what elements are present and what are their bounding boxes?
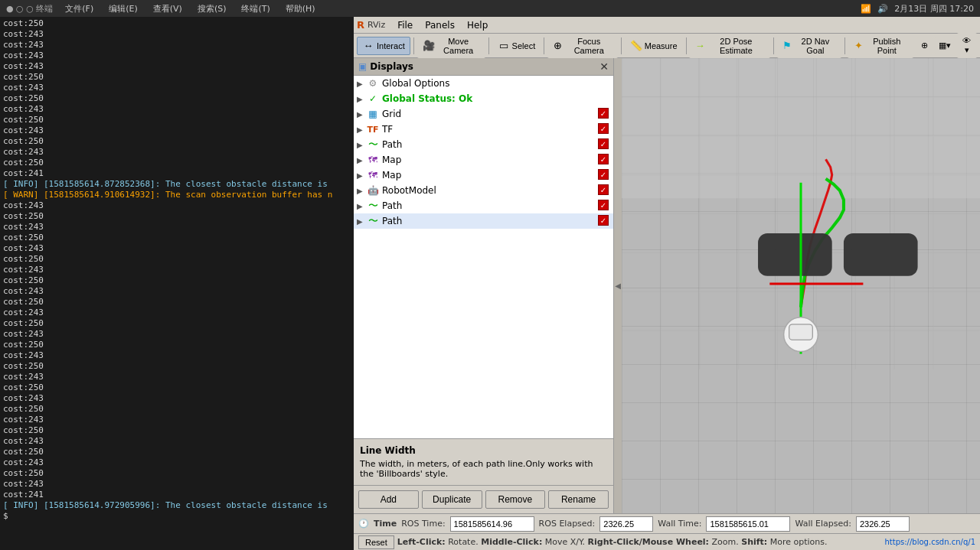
sysmenu-search[interactable]: 搜索(S) (194, 3, 230, 15)
menu-help[interactable]: Help (461, 18, 494, 32)
interact-button[interactable]: ↔ Interact (357, 37, 410, 55)
terminal-line: cost:250 (3, 115, 351, 125)
system-bar: ● ○ ○ 终端 File 文件(F) 编辑(E) 查看(V) 搜索(S) 终端… (0, 0, 980, 17)
terminal-line: cost:243 (3, 436, 351, 447)
collapse-handle[interactable]: ◀ (614, 58, 622, 513)
terminal-line: [ INFO] [1581585614.972905996]: The clos… (3, 500, 351, 511)
terminal-line: cost:243 (3, 479, 351, 490)
path-3-label: Path (382, 216, 598, 226)
wall-time-input[interactable] (706, 516, 790, 532)
view-icon: 👁▾ (962, 36, 973, 55)
ros-elapsed-input[interactable] (599, 516, 653, 532)
terminal-line: [ INFO] [1581585614.872852368]: The clos… (3, 179, 351, 190)
interact-label: Interact (377, 41, 405, 50)
displays-info: Line Width The width, in meters, of each… (354, 438, 613, 485)
wall-time-label: Wall Time: (658, 519, 701, 529)
focus-camera-label: Focus Camera (566, 37, 612, 55)
tree-item-path-1[interactable]: ▶ 〜 Path ✓ (354, 137, 613, 152)
ros-time-input[interactable] (450, 516, 534, 532)
left-click-bold: Left-Click: (397, 537, 446, 547)
terminal-line: cost:250 (3, 318, 351, 329)
select-button[interactable]: ▭ Select (492, 37, 541, 55)
tf-checked: ✓ (598, 123, 609, 134)
remove-display-button[interactable]: Remove (485, 490, 546, 509)
tree-arrow-robot-model: ▶ (357, 187, 366, 195)
global-status-icon: ✓ (366, 93, 380, 105)
measure-button[interactable]: 📏 Measure (625, 37, 683, 55)
path-2-checkbox[interactable]: ✓ (598, 200, 610, 212)
reset-button[interactable]: Reset (358, 535, 394, 549)
middle-click-bold: Middle-Click: (481, 537, 542, 547)
path-1-checkbox[interactable]: ✓ (598, 138, 610, 151)
terminal-line: cost:243 (3, 457, 351, 468)
grid-toggle-button[interactable]: ▦▾ (934, 37, 956, 54)
pose-estimate-button[interactable]: → 2D Pose Estimate (689, 34, 769, 58)
displays-tree[interactable]: ▶ ⚙ Global Options ▶ ✓ Global Status: Ok… (354, 76, 613, 438)
sysmenu-edit[interactable]: 编辑(E) (106, 3, 141, 15)
toolbar-sep-5 (686, 37, 687, 54)
publish-point-button[interactable]: ✦ Publish Point (848, 34, 913, 58)
menu-panels[interactable]: Panels (419, 18, 461, 32)
wall-elapsed-input[interactable] (856, 516, 910, 532)
tree-item-path-3[interactable]: ▶ 〜 Path ✓ (354, 213, 613, 229)
terminal-line: cost:243 (3, 243, 351, 254)
terminal-line: cost:250 (3, 93, 351, 104)
robot-model-icon: 🤖 (366, 184, 380, 197)
terminal-line: cost:250 (3, 72, 351, 83)
nav-goal-button[interactable]: ⚑ 2D Nav Goal (777, 34, 841, 58)
grid-checked: ✓ (598, 108, 609, 119)
view-button[interactable]: 👁▾ (957, 33, 978, 58)
tf-checkbox[interactable]: ✓ (598, 123, 610, 135)
main-area: cost:250cost:243cost:243cost:243cost:243… (0, 17, 980, 550)
tree-item-map-2[interactable]: ▶ 🗺 Map ✓ (354, 168, 613, 183)
terminal-line: cost:243 (3, 415, 351, 425)
ros-elapsed-label: ROS Elapsed: (539, 519, 596, 529)
move-camera-button[interactable]: 🎥 Move Camera (417, 34, 485, 58)
select-label: Select (512, 41, 536, 50)
nav-goal-icon: ⚑ (782, 40, 793, 52)
pose-estimate-label: 2D Pose Estimate (707, 37, 765, 55)
rename-display-button[interactable]: Rename (548, 490, 609, 509)
terminal-line: cost:243 (3, 147, 351, 158)
tree-item-global-status[interactable]: ▶ ✓ Global Status: Ok (354, 91, 613, 106)
menu-file[interactable]: File (391, 18, 419, 32)
terminal-line: cost:243 (3, 222, 351, 233)
terminal-panel[interactable]: cost:250cost:243cost:243cost:243cost:243… (0, 17, 354, 550)
pose-estimate-icon: → (694, 40, 705, 52)
map-2-checkbox[interactable]: ✓ (598, 169, 610, 181)
time-bar: 🕐 Time ROS Time: ROS Elapsed: Wall Time:… (354, 513, 980, 533)
viewport[interactable] (622, 58, 980, 513)
terminal-line: cost:243 (3, 29, 351, 40)
tree-item-map-1[interactable]: ▶ 🗺 Map ✓ (354, 152, 613, 168)
axes-button[interactable]: ⊕ (916, 37, 933, 54)
sysmenu-terminal[interactable]: 终端(T) (238, 3, 273, 15)
terminal-line: cost:241 (3, 490, 351, 500)
tree-item-path-2[interactable]: ▶ 〜 Path ✓ (354, 198, 613, 213)
add-display-button[interactable]: Add (358, 490, 419, 509)
sysmenu-view[interactable]: 查看(V) (150, 3, 185, 15)
map-1-checkbox[interactable]: ✓ (598, 154, 610, 166)
robot-model-checkbox[interactable]: ✓ (598, 184, 610, 197)
terminal-line: cost:241 (3, 168, 351, 179)
terminal-line: cost:243 (3, 40, 351, 50)
duplicate-display-button[interactable]: Duplicate (422, 490, 482, 509)
tree-item-global-options[interactable]: ▶ ⚙ Global Options (354, 76, 613, 91)
sysmenu-help[interactable]: 帮助(H) (283, 3, 318, 15)
path-3-icon: 〜 (366, 215, 380, 227)
publish-point-label: Publish Point (866, 37, 907, 55)
grid-checkbox[interactable]: ✓ (598, 108, 610, 120)
tree-item-robot-model[interactable]: ▶ 🤖 RobotModel ✓ (354, 183, 613, 198)
tree-item-grid[interactable]: ▶ ▦ Grid ✓ (354, 106, 613, 122)
path-3-checkbox[interactable]: ✓ (598, 215, 610, 227)
select-icon: ▭ (498, 40, 510, 52)
path-2-checked: ✓ (598, 200, 609, 210)
tree-item-tf[interactable]: ▶ TF TF ✓ (354, 122, 613, 137)
focus-camera-button[interactable]: ⊕ Focus Camera (547, 34, 618, 58)
terminal-line: cost:250 (3, 254, 351, 265)
map-2-label: Map (382, 170, 598, 181)
path-1-label: Path (382, 139, 598, 150)
displays-close-button[interactable]: ✕ (599, 60, 609, 73)
tree-arrow-tf: ▶ (357, 125, 366, 134)
grid-icon: ▦ (366, 108, 380, 120)
sysmenu-file[interactable]: 文件(F) (62, 3, 96, 15)
